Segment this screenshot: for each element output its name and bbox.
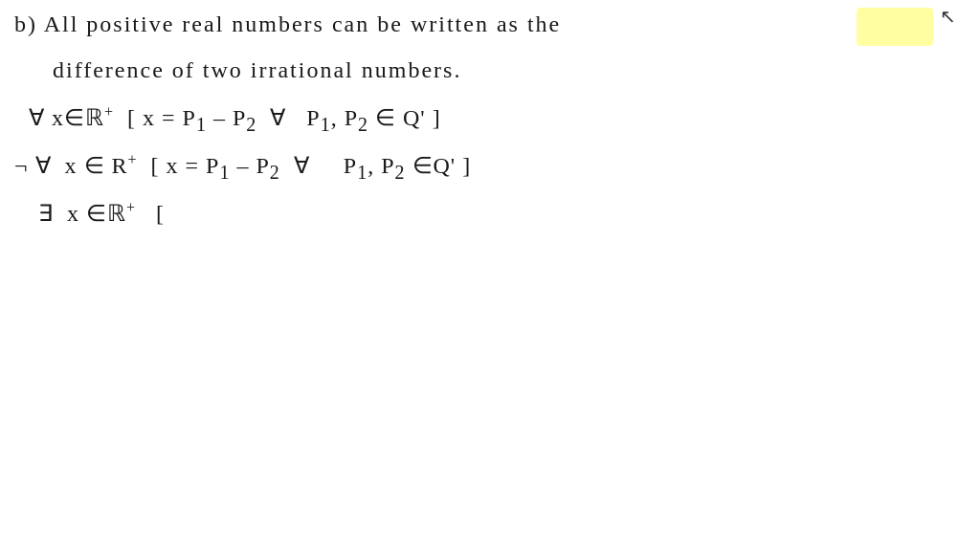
text-line-5: ∃ x ∈ℝ+ [ xyxy=(38,199,165,227)
line1-text: b) All positive real numbers can be writ… xyxy=(14,11,561,36)
cursor-arrow: ↖ xyxy=(940,5,956,28)
text-line-4: ¬ ∀ x ∈ R+ [ x = P1 – P2 ∀ P1, P2 ∈Q' ] xyxy=(14,151,471,184)
line3-text: ∀ x∈ℝ+ [ x = P1 – P2 ∀ P1, P2 ∈ Q' ] xyxy=(29,105,441,130)
line5-text: ∃ x ∈ℝ+ [ xyxy=(38,201,165,226)
text-line-2: difference of two irrational numbers. xyxy=(53,57,461,83)
line2-text: difference of two irrational numbers. xyxy=(53,57,461,82)
text-line-1: b) All positive real numbers can be writ… xyxy=(14,11,561,37)
yellow-highlight xyxy=(857,8,933,46)
text-line-3: ∀ x∈ℝ+ [ x = P1 – P2 ∀ P1, P2 ∈ Q' ] xyxy=(29,103,441,136)
page-content: ↖ b) All positive real numbers can be wr… xyxy=(0,0,980,551)
line4-text: ¬ ∀ x ∈ R+ [ x = P1 – P2 ∀ P1, P2 ∈Q' ] xyxy=(14,153,471,178)
